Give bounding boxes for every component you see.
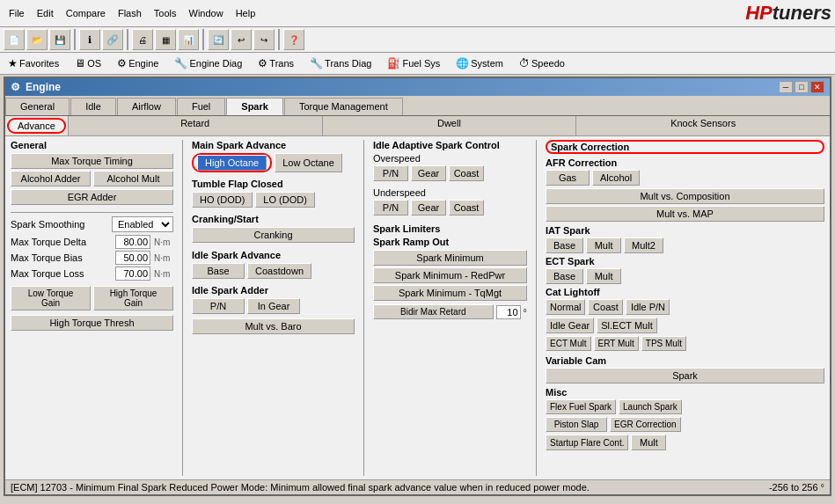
- idle-gear-btn[interactable]: Idle Gear: [546, 318, 594, 333]
- mult-vs-comp-btn[interactable]: Mult vs. Composition: [546, 188, 824, 204]
- toolbar-redo[interactable]: ↪: [253, 29, 275, 50]
- tab-spark[interactable]: Spark: [226, 98, 283, 115]
- high-octane-btn[interactable]: High Octane: [197, 155, 267, 171]
- favbar-os[interactable]: 🖥 OS: [70, 55, 106, 72]
- favbar-fuel-sys[interactable]: ⛽ Fuel Sys: [383, 55, 444, 72]
- piston-slap-btn[interactable]: Piston Slap: [546, 417, 607, 432]
- tab-idle[interactable]: Idle: [70, 98, 116, 115]
- close-button[interactable]: ✕: [810, 81, 824, 93]
- launch-spark-btn[interactable]: Launch Spark: [619, 399, 682, 414]
- bidir-max-retard-btn[interactable]: Bidir Max Retard: [373, 304, 494, 319]
- idle-adaptive-panel: Idle Adaptive Spark Control Overspeed P/…: [373, 140, 527, 476]
- cranking-btn[interactable]: Cranking: [192, 227, 355, 243]
- toolbar-grid[interactable]: ▦: [155, 29, 176, 50]
- cat-coast-btn[interactable]: Coast: [588, 299, 623, 315]
- toolbar-chart[interactable]: 📊: [178, 29, 199, 50]
- flex-fuel-spark-btn[interactable]: Flex Fuel Spark: [546, 399, 616, 414]
- bidir-value-input[interactable]: [496, 305, 521, 319]
- spark-minimum-btn[interactable]: Spark Minimum: [373, 250, 527, 266]
- mult-misc-btn[interactable]: Mult: [631, 435, 666, 450]
- max-torque-timing-btn[interactable]: Max Torque Timing: [11, 153, 173, 169]
- mult-vs-map-btn[interactable]: Mult vs. MAP: [546, 206, 824, 222]
- high-octane-wrapper: High Octane: [192, 153, 272, 172]
- cranking-title: Cranking/Start: [192, 214, 355, 224]
- favbar-trans[interactable]: ⚙ Trans: [253, 55, 298, 72]
- toolbar-undo[interactable]: ↩: [231, 29, 252, 50]
- ho-dod-btn[interactable]: HO (DOD): [192, 192, 253, 208]
- ect-mult-btn[interactable]: Mult: [586, 268, 621, 284]
- ect-base-btn[interactable]: Base: [546, 268, 583, 284]
- tab-torque-management[interactable]: Torque Management: [284, 98, 403, 115]
- spark-min-tqmgt-btn[interactable]: Spark Minimum - TqMgt: [373, 285, 527, 301]
- high-torque-gain-btn[interactable]: High Torque Gain: [93, 286, 173, 310]
- idle-spark-base-btn[interactable]: Base: [192, 263, 245, 279]
- underspeed-pn-btn[interactable]: P/N: [373, 200, 408, 215]
- var-cam-spark-btn[interactable]: Spark: [546, 368, 824, 383]
- os-icon: 🖥: [75, 57, 85, 69]
- overspeed-coast-btn[interactable]: Coast: [449, 165, 484, 181]
- gas-btn[interactable]: Gas: [546, 170, 590, 186]
- cat-normal-btn[interactable]: Normal: [546, 299, 585, 315]
- favbar-engine-diag[interactable]: 🔧 Engine Diag: [170, 55, 246, 72]
- max-torque-loss-input[interactable]: [115, 267, 150, 281]
- toolbar-print[interactable]: 🖨: [132, 29, 153, 50]
- toolbar-help[interactable]: ❓: [283, 29, 304, 50]
- tab-general[interactable]: General: [5, 98, 70, 115]
- menu-file[interactable]: File: [4, 6, 30, 20]
- spark-min-redpwr-btn[interactable]: Spark Minimum - RedPwr: [373, 267, 527, 283]
- menu-tools[interactable]: Tools: [149, 6, 182, 20]
- low-octane-btn[interactable]: Low Octane: [275, 153, 342, 172]
- iat-mult2-btn[interactable]: Mult2: [624, 237, 663, 253]
- window-title: Engine: [26, 81, 61, 93]
- egr-correction-btn[interactable]: EGR Correction: [610, 417, 681, 432]
- menu-help[interactable]: Help: [231, 6, 261, 20]
- toolbar-new[interactable]: 📄: [4, 29, 25, 50]
- favbar-system[interactable]: 🌐 System: [451, 55, 508, 72]
- menu-edit[interactable]: Edit: [32, 6, 59, 20]
- iat-base-btn[interactable]: Base: [546, 237, 583, 253]
- idle-pn-btn[interactable]: Idle P/N: [626, 299, 670, 315]
- toolbar-open[interactable]: 📂: [26, 29, 48, 50]
- subtab-advance[interactable]: Advance: [7, 118, 66, 134]
- favbar-speedo[interactable]: ⏱ Speedo: [515, 55, 569, 72]
- minimize-button[interactable]: ─: [779, 81, 793, 93]
- toolbar-save[interactable]: 💾: [49, 29, 70, 50]
- tab-airflow[interactable]: Airflow: [117, 98, 176, 115]
- status-message: [ECM] 12703 - Minimum Final Spark Reduce…: [11, 482, 590, 493]
- low-torque-gain-btn[interactable]: Low Torque Gain: [11, 286, 91, 310]
- overspeed-pn-btn[interactable]: P/N: [373, 165, 408, 181]
- spark-smoothing-dropdown[interactable]: Enabled: [112, 216, 173, 232]
- underspeed-coast-btn[interactable]: Coast: [449, 200, 484, 215]
- max-torque-delta-input[interactable]: [115, 235, 150, 249]
- alcohol-mult-btn[interactable]: Alcohol Mult: [93, 171, 173, 186]
- coastdown-btn[interactable]: Coastdown: [247, 263, 311, 279]
- in-gear-btn[interactable]: In Gear: [247, 298, 300, 314]
- slect-mult-btn[interactable]: Sl.ECT Mult: [597, 318, 656, 333]
- maximize-button[interactable]: □: [795, 81, 809, 93]
- toolbar-link[interactable]: 🔗: [102, 29, 123, 50]
- toolbar-compare[interactable]: 🔄: [208, 29, 229, 50]
- alcohol-btn[interactable]: Alcohol: [592, 170, 640, 186]
- high-torque-thresh-btn[interactable]: High Torque Thresh: [11, 315, 173, 331]
- overspeed-gear-btn[interactable]: Gear: [411, 165, 446, 181]
- idle-adder-pn-btn[interactable]: P/N: [192, 298, 245, 314]
- favbar-engine[interactable]: ⚙ Engine: [113, 55, 163, 72]
- menu-compare[interactable]: Compare: [61, 6, 111, 20]
- underspeed-gear-btn[interactable]: Gear: [411, 200, 446, 215]
- egr-adder-btn[interactable]: EGR Adder: [11, 189, 173, 205]
- iat-mult-btn[interactable]: Mult: [586, 237, 621, 253]
- favbar-trans-diag[interactable]: 🔧 Trans Diag: [305, 55, 376, 72]
- menu-window[interactable]: Window: [184, 6, 229, 20]
- tab-fuel[interactable]: Fuel: [177, 98, 225, 115]
- menu-flash[interactable]: Flash: [113, 6, 147, 20]
- ect-mult2-btn[interactable]: ECT Mult: [546, 336, 591, 351]
- ert-mult-btn[interactable]: ERT Mult: [594, 336, 639, 351]
- mult-vs-baro-btn[interactable]: Mult vs. Baro: [192, 318, 355, 334]
- max-torque-bias-input[interactable]: [115, 251, 150, 265]
- tps-mult-btn[interactable]: TPS Mult: [641, 336, 686, 351]
- favbar-favorites[interactable]: ★ Favorites: [4, 55, 63, 72]
- alcohol-adder-btn[interactable]: Alcohol Adder: [11, 171, 91, 186]
- toolbar-info[interactable]: ℹ: [79, 29, 100, 50]
- lo-dod-btn[interactable]: LO (DOD): [255, 192, 315, 208]
- startup-flare-btn[interactable]: Startup Flare Cont.: [546, 435, 628, 450]
